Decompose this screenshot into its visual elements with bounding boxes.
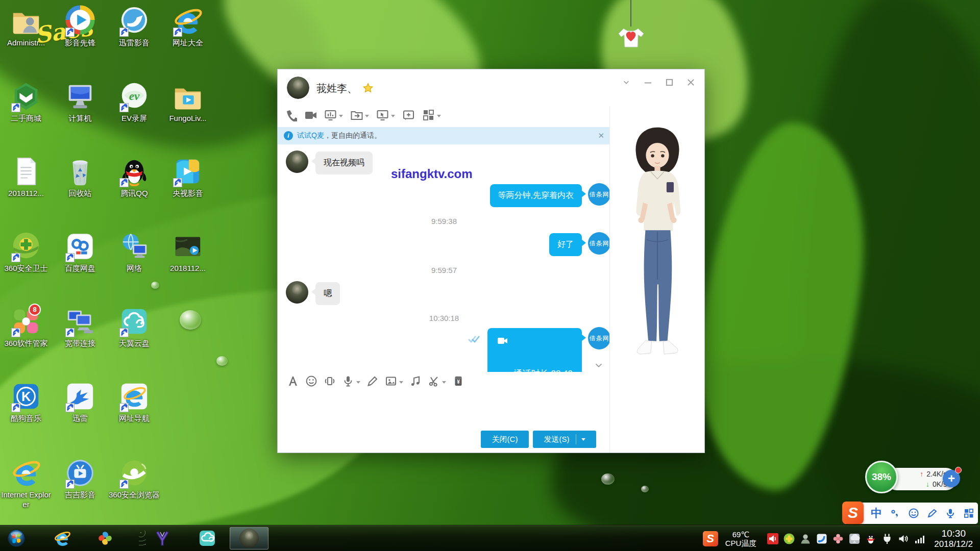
screen-share-button[interactable]: [321, 107, 347, 126]
ime-toolbox-icon[interactable]: [960, 508, 978, 519]
desktop-icon-label: 百度网盘: [54, 263, 107, 273]
tip-close-icon[interactable]: ✕: [598, 131, 604, 140]
close-chat-button[interactable]: 关闭(C): [481, 431, 529, 448]
taskbar-ie-button[interactable]: [49, 527, 76, 549]
desktop-icon-safe-360[interactable]: 360安全卫士: [0, 231, 53, 273]
sogou-tray-icon[interactable]: S: [703, 531, 718, 546]
tray-flower-icon[interactable]: [831, 532, 845, 545]
desktop-icon-browser-360[interactable]: 360安全浏览器: [108, 457, 161, 499]
tray-contact-icon[interactable]: [799, 532, 812, 545]
system-tray: S 69℃ CPU温度 10:30 2018/12/2: [703, 525, 980, 551]
minimize-button[interactable]: [641, 77, 654, 88]
call-record-bubble[interactable]: 通话时长 28:49: [487, 328, 582, 372]
ime-punctuation-icon[interactable]: [886, 508, 904, 519]
start-button[interactable]: [3, 527, 30, 549]
tshirt-gadget-icon[interactable]: [615, 0, 645, 51]
desktop-icon-label: FungoLiv...: [161, 113, 214, 123]
desktop-icon-network[interactable]: 网络: [108, 231, 161, 273]
desktop-icon-kugou[interactable]: K酷狗音乐: [0, 381, 53, 423]
desktop-icon-video-file[interactable]: 2018112...: [161, 231, 214, 273]
self-avatar[interactable]: 借条网: [588, 232, 610, 255]
peer-message-avatar[interactable]: [286, 281, 308, 304]
desktop-icon-folder-user[interactable]: Administr...: [0, 5, 53, 47]
taskbar-chat-task-button[interactable]: [230, 527, 268, 549]
memory-usage-ball[interactable]: 38%: [865, 461, 898, 493]
tray-volume-icon[interactable]: [897, 532, 910, 545]
qmic-try-link[interactable]: 试试Q麦: [297, 131, 324, 140]
desktop-icon-baidu-pan[interactable]: 百度网盘: [54, 231, 107, 273]
self-avatar[interactable]: 借条网: [588, 183, 610, 206]
music-button[interactable]: [406, 373, 425, 391]
tray-power-plug-icon[interactable]: [880, 532, 894, 545]
voice-call-button[interactable]: [281, 107, 301, 126]
desktop-icon-ie-logo[interactable]: 网址大全: [161, 5, 214, 47]
session-list-toggle-icon[interactable]: [620, 77, 633, 88]
close-button[interactable]: [684, 77, 697, 88]
file-send-button[interactable]: [347, 107, 373, 126]
desktop-icon-text-doc[interactable]: 2018112...: [0, 156, 53, 198]
qq-show-panel[interactable]: [609, 106, 704, 453]
ime-language-mode[interactable]: 中: [867, 506, 886, 521]
tray-360-tray-icon[interactable]: [782, 532, 796, 545]
message-input[interactable]: [278, 391, 610, 429]
send-button[interactable]: 发送(S): [533, 431, 596, 448]
tray-qq-tray-icon[interactable]: [864, 532, 877, 545]
taskbar-cloud-button[interactable]: [194, 527, 220, 549]
desktop-icon-tianyi-cloud[interactable]: 天翼云盘: [108, 306, 161, 348]
notification-dot: [955, 467, 962, 473]
taskbar-sogou-browser-button[interactable]: [92, 527, 118, 549]
send-options-icon[interactable]: [581, 438, 585, 441]
video-call-button[interactable]: [301, 107, 321, 126]
message-timestamp: 9:59:38: [278, 217, 610, 226]
peer-message-avatar[interactable]: [286, 151, 308, 173]
remote-assist-button[interactable]: [373, 107, 399, 126]
tray-screen-rec-icon[interactable]: [848, 532, 861, 545]
shake-button[interactable]: [321, 373, 339, 391]
desktop-icon-broadband[interactable]: 宽带连接: [54, 306, 107, 348]
ime-mic-icon[interactable]: [941, 508, 960, 519]
image-button[interactable]: [382, 373, 406, 391]
desktop-icon-soft-360[interactable]: 8360软件管家: [0, 306, 53, 348]
desktop-icon-computer[interactable]: 计算机: [54, 81, 107, 123]
emoji-button[interactable]: [302, 373, 321, 391]
desktop-icon-player-ring[interactable]: 影音先锋: [54, 5, 107, 47]
taskbar-vagaa-button[interactable]: [149, 527, 176, 549]
desktop-icon-folder-media[interactable]: FungoLiv...: [161, 81, 214, 123]
desktop-icon-qq-penguin[interactable]: 腾讯QQ: [108, 156, 161, 198]
jiji-player-icon: [64, 457, 96, 489]
voice-button[interactable]: [339, 373, 363, 391]
taskbar-clock[interactable]: 10:30 2018/12/2: [934, 528, 973, 549]
tray-network-signal-icon[interactable]: [913, 532, 926, 545]
qq-chat-window: 莪姓李、 i 试试Q麦 ，更自由的通话。 ✕ sifangktv.com: [277, 69, 705, 453]
desktop-icon-recycle-bin[interactable]: 回收站: [54, 156, 107, 198]
tray-phone-tool-icon[interactable]: [815, 532, 828, 545]
desktop-icon-xunlei-bird[interactable]: 迅雷: [54, 381, 107, 423]
message-row-outgoing: 等两分钟,先穿着内衣 借条网: [278, 183, 610, 207]
svg-text:K: K: [21, 389, 31, 404]
broadband-icon: [64, 306, 96, 337]
screenshot-button[interactable]: [425, 373, 449, 391]
self-avatar[interactable]: 借条网: [588, 327, 610, 349]
ime-emoji-icon[interactable]: [904, 508, 923, 519]
ime-handwrite-icon[interactable]: [923, 508, 941, 519]
desktop-icon-ev-recorder[interactable]: evEV录屏: [108, 81, 161, 123]
handwrite-button[interactable]: [363, 373, 382, 391]
cpu-temp-indicator[interactable]: 69℃ CPU温度: [725, 530, 757, 547]
desktop-icon-hex-market[interactable]: 二手商城: [0, 81, 53, 123]
chat-peer-name: 莪姓李、: [316, 82, 357, 95]
desktop-icon-ie-logo[interactable]: Internet Explorer: [0, 457, 53, 509]
desktop-icon-cctv-player[interactable]: 央视影音: [161, 156, 214, 198]
red-packet-button[interactable]: ¥: [449, 373, 468, 391]
desktop-icon-thunder-player[interactable]: 迅雷影音: [108, 5, 161, 47]
font-button[interactable]: [284, 373, 302, 391]
desktop-icon-jiji-player[interactable]: 吉吉影音: [54, 457, 107, 499]
tray-red-speaker-icon[interactable]: [766, 532, 779, 545]
apps-grid-button[interactable]: [419, 107, 445, 126]
peer-avatar[interactable]: [287, 77, 309, 99]
shortcut-arrow-icon: [119, 103, 129, 112]
desktop-icon-nav-ie[interactable]: 网址导航: [108, 381, 161, 423]
create-group-button[interactable]: [399, 107, 419, 126]
sogou-logo-icon[interactable]: S: [842, 502, 864, 524]
maximize-button[interactable]: [663, 77, 676, 88]
desktop-icon-label: Internet Explorer: [0, 490, 53, 509]
